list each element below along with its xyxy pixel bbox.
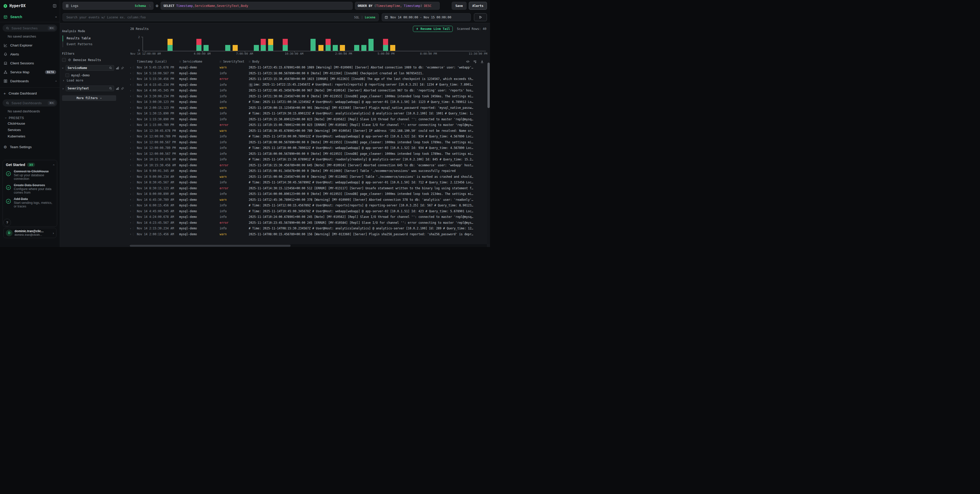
histogram-bar[interactable] [390, 45, 395, 51]
expand-row-button[interactable]: › [130, 227, 132, 230]
load-more-button[interactable]: › Load more [62, 79, 124, 82]
histogram-bar[interactable] [204, 45, 208, 51]
table-row[interactable]: ›Nov 14 3:00:30.123 PMmysql-demoinfo# Ti… [130, 99, 490, 105]
select-query-input[interactable]: SELECT Timestamp,ServiceName,SeverityTex… [161, 2, 353, 10]
sidebar-item-search[interactable]: Search › [0, 12, 60, 22]
histogram-bar[interactable] [254, 45, 259, 51]
drag-handle-icon[interactable]: ∷ [220, 60, 221, 63]
histogram-bar[interactable] [196, 39, 202, 51]
get-started-item-connect-to-clickhouse[interactable]: Connect to ClickHouseSet up your databas… [6, 170, 54, 181]
expand-row-button[interactable]: › [130, 94, 132, 98]
preset-services[interactable]: Services [0, 127, 60, 133]
table-row[interactable]: ›Nov 14 2:00:15.456 AMmysql-demowarn2025… [130, 231, 490, 237]
histogram-bar[interactable] [333, 45, 338, 51]
collapse-sidebar-icon[interactable] [53, 4, 56, 8]
histogram-bar[interactable] [310, 39, 316, 51]
expand-row-button[interactable]: › [130, 175, 132, 178]
expand-row-button[interactable]: › [130, 100, 132, 104]
resume-live-tail-button[interactable]: Resume Live Tail [413, 26, 453, 32]
expand-row-button[interactable]: › [130, 209, 132, 213]
histogram-bar[interactable] [225, 45, 230, 51]
table-row[interactable]: ›Nov 14 4:45:00.345 AMmysql-demoinfo# Ti… [130, 209, 490, 214]
tab-results-table[interactable]: Results Table [63, 35, 124, 41]
table-row[interactable]: ›Nov 14 2:00:15.123 PMmysql-demowarn2025… [130, 105, 490, 111]
expand-row-button[interactable]: › [130, 77, 132, 81]
table-row[interactable]: ›Nov 14 6:45:30.789 AMmysql-demowarn2025… [130, 197, 490, 203]
expand-row-button[interactable]: › [130, 123, 132, 127]
table-row[interactable]: ›Nov 14 8:30:15.123 AMmysql-demoerror202… [130, 185, 490, 191]
histogram-bar[interactable] [283, 39, 288, 51]
table-row[interactable]: ›Nov 14 12:00:00.789 PMmysql-demoinfo# T… [130, 134, 490, 139]
get-started-header[interactable]: Get Started 3/3 › [6, 163, 54, 167]
horizontal-scrollbar[interactable] [130, 244, 487, 247]
histogram-bar[interactable] [261, 39, 266, 51]
sql-toggle[interactable]: SQL [354, 16, 360, 19]
expand-row-button[interactable]: › [130, 129, 132, 132]
expand-row-button[interactable]: › [130, 181, 132, 184]
pin-icon[interactable] [121, 66, 124, 70]
pin-icon[interactable] [121, 87, 124, 90]
mysql-demo-checkbox[interactable] [65, 73, 69, 77]
table-row[interactable]: ›Nov 14 3:30:00.234 PMmysql-demoinfo2025… [130, 94, 490, 99]
drag-handle-icon[interactable]: ∷ [179, 60, 181, 63]
search-input[interactable] [66, 15, 352, 19]
histogram-bar[interactable] [383, 39, 388, 51]
denoise-checkbox[interactable] [62, 58, 66, 62]
table-row[interactable]: ›Nov 14 1:30:15.890 PMmysql-demoinfo# Ti… [130, 111, 490, 116]
histogram-bar[interactable] [361, 45, 366, 51]
expand-row-button[interactable]: › [130, 118, 132, 121]
table-row[interactable]: ›Nov 14 12:00:00.789 PMmysql-demoinfo# T… [130, 145, 490, 151]
events-histogram[interactable]: 2 0 Nov 14 12:00:00 AM4:00:00 AM7:00:00 … [130, 35, 486, 56]
histogram-bar[interactable] [354, 45, 359, 51]
sidebar-item-alerts[interactable]: Alerts [0, 50, 60, 59]
copy-icon[interactable] [249, 83, 253, 87]
expand-row-button[interactable]: › [130, 147, 132, 150]
table-row[interactable]: ›Nov 14 12:30:45.678 PMmysql-demowarn202… [130, 128, 490, 134]
expand-row-button[interactable]: › [130, 83, 132, 86]
table-row[interactable]: ›Nov 14 2:15:30.234 AMmysql-demoinfo# Ti… [130, 226, 490, 231]
alerts-button[interactable]: Alerts [469, 2, 487, 10]
download-icon[interactable] [480, 60, 484, 63]
table-row[interactable]: ›Nov 14 10:15:30.456 AMmysql-demoerror20… [130, 163, 490, 168]
table-row[interactable]: ›Nov 14 4:23:45.567 AMmysql-demoerror202… [130, 220, 490, 226]
expand-row-button[interactable]: › [130, 204, 132, 207]
run-query-button[interactable] [474, 13, 487, 21]
preset-kubernetes[interactable]: Kubernetes [0, 133, 60, 139]
expand-row-button[interactable]: › [130, 158, 132, 161]
table-row[interactable]: ›Nov 14 4:00:45.345 PMmysql-demoinfo2025… [130, 88, 490, 94]
column-body[interactable]: ∷Body [249, 60, 484, 63]
code-view-icon[interactable] [466, 60, 469, 63]
table-row[interactable]: ›Nov 14 5:15:30.456 PMmysql-demoerror202… [130, 76, 490, 82]
order-by-input[interactable]: ORDER BY (TimestampTime, Timestamp) DESC [355, 2, 440, 10]
chevron-right-icon[interactable]: › [62, 87, 64, 90]
facet-servicename-search[interactable]: ServiceName [65, 65, 114, 71]
expand-row-button[interactable]: › [130, 215, 132, 219]
save-button[interactable]: Save [452, 2, 466, 10]
expand-row-button[interactable]: › [130, 140, 132, 144]
preset-clickhouse[interactable]: ClickHouse [0, 120, 60, 127]
table-row[interactable]: ›Nov 14 5:45:15.678 PMmysql-demowarn2025… [130, 65, 490, 70]
tab-event-patterns[interactable]: Event Patterns [63, 41, 124, 47]
histogram-bar[interactable] [340, 45, 345, 51]
date-range-picker[interactable]: 1 Nov 14 00:00:00 - Nov 15 00:00:00 [382, 13, 471, 21]
expand-row-button[interactable]: › [130, 192, 132, 196]
sidebar-item-team-settings[interactable]: ⚙ Team Settings [0, 143, 60, 151]
sidebar-item-service-map[interactable]: Service MapBETA [0, 68, 60, 76]
get-started-item-add-data[interactable]: Add DataStart sending logs, metrics, or … [6, 197, 54, 208]
histogram-bar[interactable] [167, 39, 173, 51]
expand-row-button[interactable]: › [130, 152, 132, 155]
histogram-bar[interactable] [369, 39, 374, 51]
get-started-item-create-data-sources[interactable]: Create Data SourcesConfigure where your … [6, 183, 54, 194]
sidebar-item-client-sessions[interactable]: Client Sessions [0, 59, 60, 68]
expand-row-button[interactable]: › [130, 164, 132, 167]
table-row[interactable]: ›Nov 14 5:16:00.567 PMmysql-demoinfo2025… [130, 70, 490, 76]
expand-row-button[interactable]: › [130, 135, 132, 138]
expand-row-button[interactable]: › [130, 112, 132, 115]
sidebar-item-dashboards[interactable]: Dashboards› [0, 76, 60, 86]
table-row[interactable]: ›Nov 14 10:15:30.678 AMmysql-demoinfo# T… [130, 156, 490, 163]
table-row[interactable]: ›Nov 14 1:15:00.789 PMmysql-demoerror202… [130, 122, 490, 128]
bar-chart-icon[interactable] [116, 66, 119, 70]
help-button[interactable]: ? [3, 219, 11, 226]
drag-handle-icon[interactable]: ∷ [249, 60, 250, 63]
table-row[interactable]: ›Nov 14 9:00:00.234 AMmysql-demowarn2025… [130, 174, 490, 180]
